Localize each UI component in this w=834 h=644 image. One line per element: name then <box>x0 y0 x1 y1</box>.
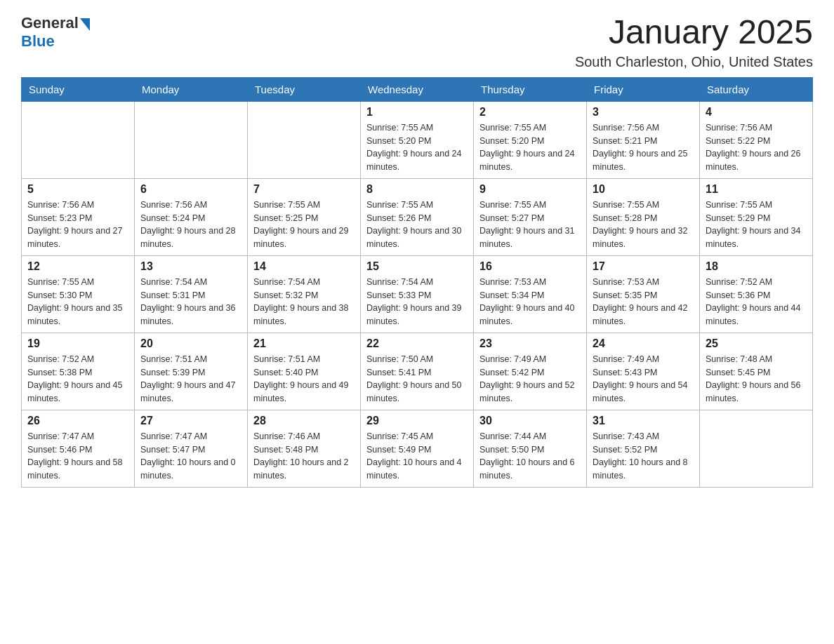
day-number: 24 <box>593 337 694 350</box>
day-info: Sunrise: 7:56 AMSunset: 5:23 PMDaylight:… <box>27 199 128 251</box>
calendar-cell: 30Sunrise: 7:44 AMSunset: 5:50 PMDayligh… <box>474 410 587 487</box>
day-info: Sunrise: 7:54 AMSunset: 5:33 PMDaylight:… <box>366 276 468 328</box>
day-number: 5 <box>27 183 128 196</box>
week-row-2: 5Sunrise: 7:56 AMSunset: 5:23 PMDaylight… <box>22 178 813 255</box>
day-info: Sunrise: 7:52 AMSunset: 5:38 PMDaylight:… <box>27 353 128 405</box>
day-number: 15 <box>366 260 468 273</box>
day-number: 14 <box>253 260 355 273</box>
day-number: 11 <box>706 183 807 196</box>
calendar-cell: 10Sunrise: 7:55 AMSunset: 5:28 PMDayligh… <box>587 178 700 255</box>
calendar-cell <box>700 410 813 487</box>
calendar-cell: 4Sunrise: 7:56 AMSunset: 5:22 PMDaylight… <box>700 101 813 178</box>
calendar-cell: 7Sunrise: 7:55 AMSunset: 5:25 PMDaylight… <box>248 178 361 255</box>
day-number: 19 <box>27 337 128 350</box>
day-number: 27 <box>140 415 241 427</box>
week-row-5: 26Sunrise: 7:47 AMSunset: 5:46 PMDayligh… <box>22 410 813 487</box>
calendar-cell: 16Sunrise: 7:53 AMSunset: 5:34 PMDayligh… <box>474 255 587 333</box>
day-info: Sunrise: 7:55 AMSunset: 5:27 PMDaylight:… <box>479 199 581 251</box>
calendar-cell: 22Sunrise: 7:50 AMSunset: 5:41 PMDayligh… <box>361 333 474 410</box>
day-number: 28 <box>253 415 355 427</box>
calendar-cell: 20Sunrise: 7:51 AMSunset: 5:39 PMDayligh… <box>135 333 248 410</box>
calendar-cell <box>248 101 361 178</box>
day-info: Sunrise: 7:46 AMSunset: 5:48 PMDaylight:… <box>253 430 355 483</box>
day-number: 30 <box>479 415 581 427</box>
day-number: 31 <box>593 415 694 427</box>
day-number: 21 <box>253 337 355 350</box>
day-number: 17 <box>593 260 694 273</box>
day-number: 13 <box>140 260 241 273</box>
calendar-cell: 1Sunrise: 7:55 AMSunset: 5:20 PMDaylight… <box>361 101 474 178</box>
week-row-3: 12Sunrise: 7:55 AMSunset: 5:30 PMDayligh… <box>22 255 813 333</box>
calendar-cell: 31Sunrise: 7:43 AMSunset: 5:52 PMDayligh… <box>587 410 700 487</box>
day-info: Sunrise: 7:55 AMSunset: 5:30 PMDaylight:… <box>27 276 128 328</box>
calendar-cell: 9Sunrise: 7:55 AMSunset: 5:27 PMDaylight… <box>474 178 587 255</box>
day-info: Sunrise: 7:54 AMSunset: 5:32 PMDaylight:… <box>253 276 355 328</box>
weekday-header-wednesday: Wednesday <box>361 77 474 101</box>
calendar-cell: 5Sunrise: 7:56 AMSunset: 5:23 PMDaylight… <box>22 178 135 255</box>
calendar-cell: 23Sunrise: 7:49 AMSunset: 5:42 PMDayligh… <box>474 333 587 410</box>
calendar-cell: 3Sunrise: 7:56 AMSunset: 5:21 PMDaylight… <box>587 101 700 178</box>
day-number: 16 <box>479 260 581 273</box>
calendar-cell: 14Sunrise: 7:54 AMSunset: 5:32 PMDayligh… <box>248 255 361 333</box>
page-header: General Blue January 2025 South Charlest… <box>21 14 813 70</box>
calendar-cell: 28Sunrise: 7:46 AMSunset: 5:48 PMDayligh… <box>248 410 361 487</box>
title-section: January 2025 South Charleston, Ohio, Uni… <box>575 14 813 70</box>
calendar-cell <box>135 101 248 178</box>
day-number: 8 <box>366 183 468 196</box>
weekday-header-monday: Monday <box>135 77 248 101</box>
calendar-cell: 15Sunrise: 7:54 AMSunset: 5:33 PMDayligh… <box>361 255 474 333</box>
day-info: Sunrise: 7:55 AMSunset: 5:25 PMDaylight:… <box>253 199 355 251</box>
week-row-1: 1Sunrise: 7:55 AMSunset: 5:20 PMDaylight… <box>22 101 813 178</box>
day-number: 7 <box>253 183 355 196</box>
day-info: Sunrise: 7:54 AMSunset: 5:31 PMDaylight:… <box>140 276 241 328</box>
day-info: Sunrise: 7:53 AMSunset: 5:34 PMDaylight:… <box>479 276 581 328</box>
day-info: Sunrise: 7:50 AMSunset: 5:41 PMDaylight:… <box>366 353 468 405</box>
day-number: 9 <box>479 183 581 196</box>
calendar-cell: 26Sunrise: 7:47 AMSunset: 5:46 PMDayligh… <box>22 410 135 487</box>
day-number: 6 <box>140 183 241 196</box>
day-info: Sunrise: 7:47 AMSunset: 5:47 PMDaylight:… <box>140 430 241 483</box>
day-info: Sunrise: 7:47 AMSunset: 5:46 PMDaylight:… <box>27 430 128 483</box>
calendar-cell: 24Sunrise: 7:49 AMSunset: 5:43 PMDayligh… <box>587 333 700 410</box>
day-info: Sunrise: 7:51 AMSunset: 5:40 PMDaylight:… <box>253 353 355 405</box>
logo-text-general: General <box>21 14 79 32</box>
day-number: 18 <box>706 260 807 273</box>
day-info: Sunrise: 7:56 AMSunset: 5:24 PMDaylight:… <box>140 199 241 251</box>
day-number: 25 <box>706 337 807 350</box>
calendar-cell: 11Sunrise: 7:55 AMSunset: 5:29 PMDayligh… <box>700 178 813 255</box>
calendar-cell: 29Sunrise: 7:45 AMSunset: 5:49 PMDayligh… <box>361 410 474 487</box>
calendar-cell: 21Sunrise: 7:51 AMSunset: 5:40 PMDayligh… <box>248 333 361 410</box>
day-number: 12 <box>27 260 128 273</box>
day-info: Sunrise: 7:48 AMSunset: 5:45 PMDaylight:… <box>706 353 807 405</box>
day-info: Sunrise: 7:45 AMSunset: 5:49 PMDaylight:… <box>366 430 468 483</box>
day-number: 23 <box>479 337 581 350</box>
day-info: Sunrise: 7:55 AMSunset: 5:20 PMDaylight:… <box>479 121 581 174</box>
day-info: Sunrise: 7:55 AMSunset: 5:26 PMDaylight:… <box>366 199 468 251</box>
day-number: 4 <box>706 106 807 119</box>
day-info: Sunrise: 7:53 AMSunset: 5:35 PMDaylight:… <box>593 276 694 328</box>
weekday-header-row: SundayMondayTuesdayWednesdayThursdayFrid… <box>22 77 813 101</box>
calendar-cell: 27Sunrise: 7:47 AMSunset: 5:47 PMDayligh… <box>135 410 248 487</box>
day-info: Sunrise: 7:56 AMSunset: 5:22 PMDaylight:… <box>706 121 807 174</box>
day-number: 20 <box>140 337 241 350</box>
day-info: Sunrise: 7:49 AMSunset: 5:42 PMDaylight:… <box>479 353 581 405</box>
day-number: 22 <box>366 337 468 350</box>
weekday-header-thursday: Thursday <box>474 77 587 101</box>
logo-triangle-icon <box>80 18 90 31</box>
logo-text-blue: Blue <box>21 32 55 51</box>
day-info: Sunrise: 7:55 AMSunset: 5:20 PMDaylight:… <box>366 121 468 174</box>
calendar-cell: 25Sunrise: 7:48 AMSunset: 5:45 PMDayligh… <box>700 333 813 410</box>
calendar-cell: 18Sunrise: 7:52 AMSunset: 5:36 PMDayligh… <box>700 255 813 333</box>
calendar-cell: 13Sunrise: 7:54 AMSunset: 5:31 PMDayligh… <box>135 255 248 333</box>
calendar-title: January 2025 <box>575 14 813 51</box>
day-number: 2 <box>479 106 581 119</box>
day-info: Sunrise: 7:52 AMSunset: 5:36 PMDaylight:… <box>706 276 807 328</box>
day-info: Sunrise: 7:55 AMSunset: 5:29 PMDaylight:… <box>706 199 807 251</box>
calendar-subtitle: South Charleston, Ohio, United States <box>575 54 813 70</box>
day-info: Sunrise: 7:49 AMSunset: 5:43 PMDaylight:… <box>593 353 694 405</box>
day-info: Sunrise: 7:55 AMSunset: 5:28 PMDaylight:… <box>593 199 694 251</box>
day-info: Sunrise: 7:43 AMSunset: 5:52 PMDaylight:… <box>593 430 694 483</box>
day-info: Sunrise: 7:56 AMSunset: 5:21 PMDaylight:… <box>593 121 694 174</box>
day-number: 26 <box>27 415 128 427</box>
calendar-table: SundayMondayTuesdayWednesdayThursdayFrid… <box>21 77 813 488</box>
